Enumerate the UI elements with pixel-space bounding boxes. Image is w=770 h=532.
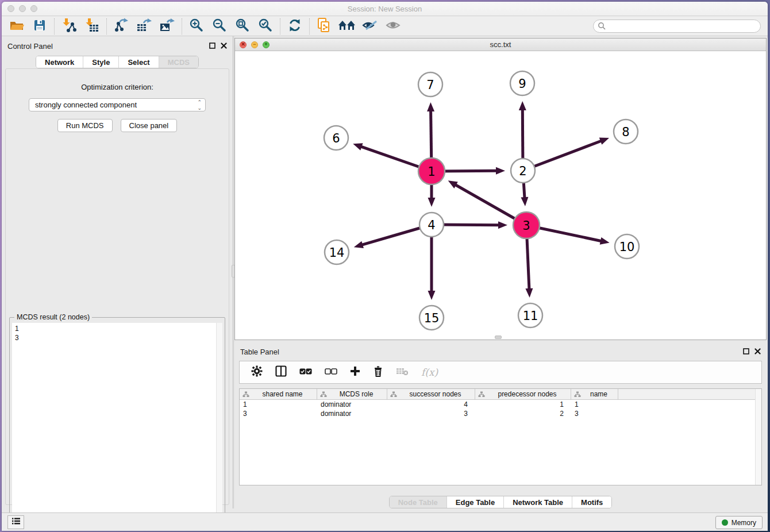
table-cell: 3 xyxy=(571,409,618,418)
float-table-panel-icon[interactable] xyxy=(743,346,749,357)
import-network-icon xyxy=(61,18,76,35)
result-line: 3 xyxy=(15,333,220,342)
graph-node-7[interactable]: 7 xyxy=(418,72,442,97)
graph-node-15[interactable]: 15 xyxy=(419,306,444,330)
app-window: Session: New Session xyxy=(2,2,768,531)
graph-node-1[interactable]: 1 xyxy=(418,158,445,184)
graph-node-10[interactable]: 10 xyxy=(615,234,639,259)
graph-node-8[interactable]: 8 xyxy=(614,119,638,144)
criterion-selected-value: strongly connected component xyxy=(35,101,137,109)
zoom-fit-icon xyxy=(235,18,250,35)
import-network-button[interactable] xyxy=(57,17,80,36)
criterion-select[interactable]: strongly connected component ⌃⌄ xyxy=(29,98,206,111)
save-session-button[interactable] xyxy=(28,17,51,36)
tab-edge-table[interactable]: Edge Table xyxy=(446,496,503,508)
zoom-selected-button[interactable] xyxy=(254,17,277,36)
graph-node-11[interactable]: 11 xyxy=(518,303,542,327)
mcds-result-textarea[interactable]: 13 xyxy=(12,323,222,531)
column-settings-button[interactable] xyxy=(251,365,263,379)
hide-selected-button[interactable] xyxy=(359,17,382,36)
tab-network[interactable]: Network xyxy=(36,56,83,68)
close-table-panel-icon[interactable] xyxy=(754,346,761,357)
add-row-button[interactable] xyxy=(350,366,360,379)
graph-node-14[interactable]: 14 xyxy=(325,240,349,264)
node-label: 11 xyxy=(523,309,538,323)
control-panel: Control Panel NetworkStyleSelectMCDS Opt… xyxy=(2,36,233,508)
hierarchy-icon xyxy=(478,391,485,398)
search-input[interactable] xyxy=(593,20,761,33)
canvas-scroll-thumb[interactable] xyxy=(495,336,502,339)
table-toolbar: f(x) xyxy=(239,361,762,384)
zoom-out-icon xyxy=(212,18,227,35)
column-header-predecessor-nodes[interactable]: predecessor nodes xyxy=(475,389,571,399)
control-panel-header: Control Panel xyxy=(2,40,233,52)
search-box xyxy=(593,20,761,33)
toolbar-separator xyxy=(280,18,280,34)
node-label: 14 xyxy=(329,246,345,260)
table-cell: dominator xyxy=(317,400,387,409)
deselect-all-button[interactable] xyxy=(325,367,337,377)
result-scrollbar[interactable] xyxy=(216,323,222,531)
tab-select[interactable]: Select xyxy=(118,56,158,68)
eye-icon xyxy=(384,18,402,34)
tab-motifs[interactable]: Motifs xyxy=(572,496,611,508)
toolbar-separator xyxy=(309,18,310,34)
task-history-button[interactable] xyxy=(7,515,24,529)
delete-table-button[interactable] xyxy=(396,367,409,378)
memory-button[interactable]: Memory xyxy=(715,516,763,529)
column-header-MCDS-role[interactable]: MCDS role xyxy=(317,389,387,399)
network-file-icon xyxy=(316,17,332,36)
table-row[interactable]: 3dominator323 xyxy=(240,409,761,418)
apply-layout-button[interactable] xyxy=(336,17,359,36)
column-header-name[interactable]: name xyxy=(571,389,618,399)
import-table-button[interactable] xyxy=(80,17,103,36)
toolbar-separator xyxy=(106,18,107,34)
unchecked-boxes-icon xyxy=(325,367,337,377)
table-scrollbar[interactable] xyxy=(755,389,761,485)
zoom-out-button[interactable] xyxy=(208,17,231,36)
tab-style[interactable]: Style xyxy=(83,56,118,68)
tab-node-table[interactable]: Node Table xyxy=(390,496,446,508)
delete-row-button[interactable] xyxy=(373,365,383,379)
table-row[interactable]: 1dominator411 xyxy=(240,400,761,409)
show-column-button[interactable] xyxy=(275,365,287,379)
table-cell: 3 xyxy=(240,409,317,418)
graph-node-9[interactable]: 9 xyxy=(510,71,534,95)
column-header-successor-nodes[interactable]: successor nodes xyxy=(387,389,475,399)
node-label: 6 xyxy=(332,132,340,145)
save-floppy-icon xyxy=(33,18,47,34)
close-panel-icon[interactable] xyxy=(221,41,227,51)
node-label: 7 xyxy=(426,78,434,92)
export-network-button[interactable] xyxy=(110,17,133,36)
close-panel-button[interactable]: Close panel xyxy=(121,119,178,132)
zoom-fit-button[interactable] xyxy=(231,17,254,36)
graph-node-4[interactable]: 4 xyxy=(419,213,444,237)
zoom-selected-icon xyxy=(258,18,273,35)
tab-network-table[interactable]: Network Table xyxy=(503,496,572,508)
function-builder-button[interactable]: f(x) xyxy=(421,367,438,378)
export-image-button[interactable] xyxy=(156,17,179,36)
graph-node-6[interactable]: 6 xyxy=(324,126,348,150)
home-houses-icon xyxy=(338,18,356,34)
hierarchy-icon xyxy=(390,391,397,398)
show-all-button[interactable] xyxy=(382,17,405,36)
float-panel-icon[interactable] xyxy=(209,41,215,51)
new-network-from-selection-button[interactable] xyxy=(313,17,336,36)
open-session-button[interactable] xyxy=(5,17,28,36)
network-frame-title: scc.txt xyxy=(235,40,766,49)
node-label: 8 xyxy=(622,125,629,139)
graph-node-2[interactable]: 2 xyxy=(511,159,535,183)
refresh-view-button[interactable] xyxy=(283,17,306,36)
zoom-in-button[interactable] xyxy=(185,17,208,36)
tab-mcds[interactable]: MCDS xyxy=(159,56,198,68)
edge-arrowhead xyxy=(498,221,507,229)
network-canvas[interactable]: 7968124314101511 xyxy=(235,51,766,340)
table-cell: 1 xyxy=(240,400,317,409)
select-all-button[interactable] xyxy=(299,367,312,377)
export-table-button[interactable] xyxy=(133,17,156,36)
table-header-row: shared nameMCDS rolesuccessor nodesprede… xyxy=(240,389,761,400)
node-label: 3 xyxy=(522,219,530,233)
column-header-shared-name[interactable]: shared name xyxy=(240,389,317,399)
graph-node-3[interactable]: 3 xyxy=(513,212,540,238)
run-mcds-button[interactable]: Run MCDS xyxy=(57,119,113,132)
